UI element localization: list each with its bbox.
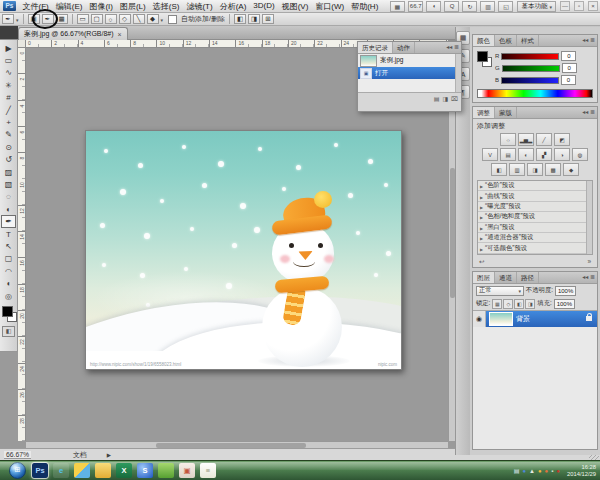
panel-tab[interactable]: 调整 <box>473 107 495 118</box>
channel-slider[interactable] <box>502 65 560 72</box>
taskbar-notepad[interactable]: ≡ <box>200 463 216 478</box>
status-menu-arrow[interactable]: ▶ <box>107 452 111 458</box>
rotate-view-icon[interactable]: ↻ <box>462 1 477 12</box>
canvas-image[interactable]: http://www.nipic.com/show/1/19/6558023.h… <box>85 130 402 370</box>
start-button[interactable]: ⊞ <box>9 462 26 479</box>
new-snapshot-icon[interactable]: ◨ <box>442 95 448 102</box>
panel-tab[interactable]: 图层 <box>473 272 495 283</box>
close-button[interactable]: × <box>588 1 598 11</box>
minimize-button[interactable]: — <box>560 1 570 11</box>
panel-tab[interactable]: 色板 <box>495 35 517 46</box>
menu-item[interactable]: 图像(I) <box>86 1 117 12</box>
menu-item[interactable]: 编辑(E) <box>52 1 86 12</box>
menu-item[interactable]: 图层(L) <box>116 1 149 12</box>
opacity-value[interactable]: 100% <box>555 286 576 296</box>
tray-icon[interactable]: ● <box>556 468 560 474</box>
presets-scrollbar[interactable] <box>586 181 592 254</box>
zoom-tool[interactable]: ◎ <box>1 290 16 302</box>
lock-position-icon[interactable]: ◧ <box>514 299 524 309</box>
eyedropper-tool[interactable]: ╱ <box>1 104 16 116</box>
taskbar-clock[interactable]: 16:28 2014/12/29 <box>567 464 596 477</box>
menu-item[interactable]: 帮助(H) <box>348 1 382 12</box>
lasso-tool[interactable]: ∿ <box>1 67 16 79</box>
lock-transparency-icon[interactable]: ▦ <box>492 299 502 309</box>
lock-all-icon[interactable]: ◨ <box>525 299 535 309</box>
panel-tab[interactable]: 通道 <box>495 272 517 283</box>
lock-pixels-icon[interactable]: ◇ <box>503 299 513 309</box>
invert-icon[interactable]: ◧ <box>491 163 507 176</box>
expand-arrow-icon[interactable] <box>480 224 483 231</box>
eraser-tool[interactable]: ▨ <box>1 166 16 178</box>
menu-item[interactable]: 3D(D) <box>250 1 278 12</box>
tray-icon[interactable]: ▤ <box>514 468 520 474</box>
document-tab[interactable]: 案例.jpg @ 66.67%(RGB/8#) × <box>18 27 128 40</box>
expand-arrow-icon[interactable] <box>480 234 483 241</box>
panel-menu-icon[interactable] <box>580 107 597 118</box>
rounded-rectangle-button[interactable]: ▢ <box>91 14 103 24</box>
tray-icon[interactable]: ▪ <box>551 468 553 474</box>
preset-row[interactable]: “色阶”预设 <box>478 181 589 191</box>
hand-tool[interactable]: ◖ <box>1 277 16 289</box>
foreground-color-swatch[interactable] <box>2 306 13 317</box>
maximize-button[interactable]: ▫ <box>574 1 584 11</box>
brightness-contrast-icon[interactable]: ☼ <box>500 133 516 146</box>
quick-selection-tool[interactable]: ✳ <box>1 79 16 91</box>
threshold-icon[interactable]: ◨ <box>527 163 543 176</box>
foreground-color-swatch[interactable] <box>477 51 488 62</box>
fill-value[interactable]: 100% <box>554 299 575 309</box>
clone-stamp-tool[interactable]: ⊙ <box>1 141 16 153</box>
expand-arrow-icon[interactable] <box>480 193 483 200</box>
hand-icon[interactable]: ◖ <box>426 1 441 12</box>
visibility-eye-icon[interactable] <box>473 311 486 327</box>
panel-tab[interactable]: 样式 <box>517 35 539 46</box>
expand-arrow-icon[interactable] <box>480 203 483 210</box>
zoom-icon[interactable]: Q <box>444 1 459 12</box>
polygon-button[interactable]: ◇ <box>119 14 131 24</box>
tool-preset-picker[interactable]: ✒ <box>2 14 14 24</box>
panel-tab[interactable]: 蒙版 <box>495 107 517 118</box>
curves-icon[interactable]: ╱ <box>536 133 552 146</box>
taskbar-app-green[interactable] <box>158 463 174 478</box>
history-brush-tool[interactable]: ↺ <box>1 154 16 166</box>
fg-bg-swatches[interactable] <box>476 50 492 68</box>
menu-item[interactable]: 视图(V) <box>278 1 312 12</box>
channel-value[interactable]: 0 <box>562 63 577 73</box>
expand-arrow-icon[interactable] <box>480 213 483 220</box>
rotate-view-tool[interactable]: ◠ <box>1 265 16 277</box>
preset-row[interactable]: “曲线”预设 <box>478 191 589 201</box>
layer-thumbnail[interactable] <box>489 312 513 326</box>
horizontal-scrollbar[interactable] <box>26 441 448 448</box>
channel-value[interactable]: 0 <box>561 75 576 85</box>
custom-shape-button[interactable]: ◆ <box>147 14 159 24</box>
preset-row[interactable]: “黑白”预设 <box>478 223 589 233</box>
panel-tab[interactable]: 路径 <box>517 272 539 283</box>
hue-saturation-icon[interactable]: ▤ <box>500 148 516 161</box>
menu-item[interactable]: 分析(A) <box>216 1 250 12</box>
panel-menu-icon[interactable] <box>580 35 597 46</box>
preset-row[interactable]: “可选颜色”预设 <box>478 243 589 253</box>
zoom-level-field[interactable]: 66.67% <box>4 451 31 459</box>
history-state-row[interactable]: ▣ 打开 <box>358 67 461 79</box>
zoom-level[interactable]: 66.7 <box>408 1 424 12</box>
spot-healing-brush-tool[interactable]: + <box>1 116 16 128</box>
gradient-map-icon[interactable]: ▩ <box>545 163 561 176</box>
photo-filter-icon[interactable]: ◑ <box>554 148 570 161</box>
expand-panel-icon[interactable]: » <box>587 258 591 265</box>
taskbar-internet-explorer[interactable]: e <box>53 463 69 478</box>
history-snapshot-row[interactable]: 案例.jpg <box>358 54 461 67</box>
delete-state-icon[interactable]: ⌧ <box>451 95 458 102</box>
ellipse-button[interactable]: ○ <box>105 14 117 24</box>
channel-value[interactable]: 0 <box>561 51 576 61</box>
taskbar-photoshop[interactable]: Ps <box>32 463 48 478</box>
preset-row[interactable]: “通道混合器”预设 <box>478 233 589 243</box>
return-to-list-icon[interactable]: ↩ <box>479 258 484 266</box>
taskbar-browser[interactable]: S <box>137 463 153 478</box>
blur-tool[interactable]: ◌ <box>1 191 16 203</box>
expand-arrow-icon[interactable] <box>480 245 483 252</box>
scrollbar-thumb[interactable] <box>156 443 306 448</box>
menu-item[interactable]: 选择(S) <box>149 1 183 12</box>
blend-mode-select[interactable]: 正常 <box>476 286 524 296</box>
panel-tab[interactable]: 历史记录 <box>358 42 393 53</box>
taskbar-folder[interactable] <box>95 463 111 478</box>
channel-mixer-icon[interactable]: ◍ <box>572 148 588 161</box>
